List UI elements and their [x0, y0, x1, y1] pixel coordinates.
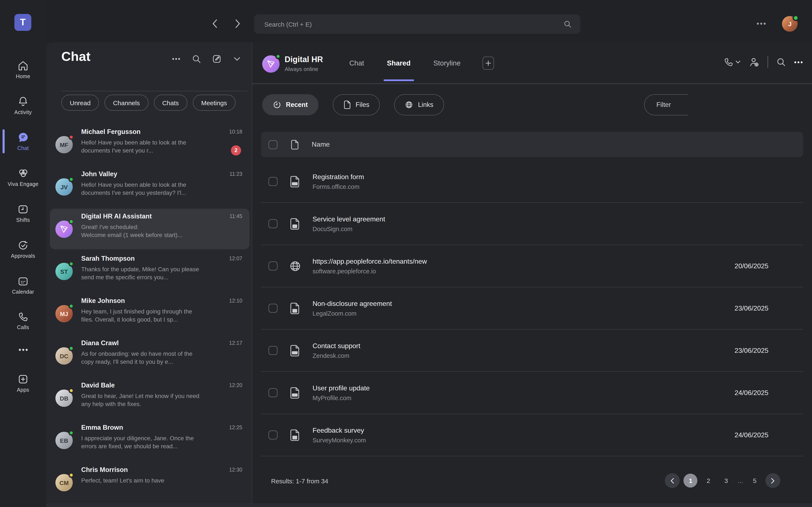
row-checkbox[interactable]: [268, 346, 277, 355]
new-chat-button[interactable]: [211, 53, 222, 64]
tab-label: Storyline: [434, 59, 461, 66]
pill-label: Unread: [70, 99, 91, 106]
svg-text:W: W: [294, 225, 296, 228]
pill-label: Meetings: [201, 99, 227, 106]
pill-label: Chats: [162, 99, 179, 106]
view-label: Links: [418, 101, 433, 109]
file-date: 23/06/2025: [734, 347, 768, 354]
globe-icon: [405, 101, 413, 109]
chat-list-panel: Chat Unread Channels Chats Meetings MF M…: [46, 42, 252, 507]
sidebar-item-activity[interactable]: Activity: [0, 88, 46, 123]
chevron-down-icon: [234, 57, 240, 61]
chat-list-expand-button[interactable]: [231, 53, 242, 64]
view-recent-button[interactable]: Recent: [262, 94, 318, 115]
page-button-1[interactable]: 1: [683, 473, 698, 488]
conversation-digital-hr-ai-assistant[interactable]: Digital HR AI Assistant 11:45 Great! I'v…: [46, 208, 252, 250]
select-all-checkbox[interactable]: [268, 140, 277, 149]
find-in-chat-button[interactable]: [776, 57, 786, 67]
next-page-button[interactable]: [765, 473, 780, 488]
topbar-more-button[interactable]: [754, 18, 769, 30]
conversation-preview: Hello! Have you been able to look at the…: [81, 181, 201, 197]
conversation-david-bale[interactable]: DB David Bale 12:20 Great to hear, Jane!…: [46, 377, 252, 419]
view-label: Recent: [286, 101, 308, 109]
view-files-button[interactable]: Files: [333, 94, 380, 115]
sidebar-item-label: Shifts: [16, 217, 30, 223]
conversation-preview: Thanks for the update, Mike! Can you ple…: [81, 265, 201, 281]
word-file-icon: W: [289, 429, 301, 441]
person-add-icon: [748, 57, 759, 68]
conversation-john-valley[interactable]: JV John Valley 11:23 Hello! Have you bee…: [46, 166, 252, 208]
chevron-left-icon: [212, 19, 217, 28]
table-row[interactable]: W Non-disclosure agreement LegalZoom.com…: [261, 287, 803, 330]
sidebar-item-label: Calls: [17, 325, 29, 330]
file-date: 24/06/2025: [734, 389, 768, 397]
viva-engage-icon: [17, 167, 29, 179]
file-source: Forms.office.com: [312, 183, 364, 190]
conversation-mike-johnson[interactable]: MJ Mike Johnson 12:10 Hey team, I just f…: [46, 292, 252, 335]
add-people-button[interactable]: [748, 57, 759, 68]
conversation-more-button[interactable]: [794, 61, 803, 63]
row-checkbox[interactable]: [268, 219, 277, 228]
table-row[interactable]: https://app.peopleforce.io/tenants/new s…: [261, 245, 803, 287]
filter-pill-chats[interactable]: Chats: [154, 95, 187, 111]
tab-shared[interactable]: Shared: [385, 45, 412, 81]
chat-list-more-button[interactable]: [170, 53, 182, 64]
search-input[interactable]: [264, 20, 563, 28]
row-checkbox[interactable]: [268, 262, 277, 270]
table-row[interactable]: W Service level agreement DocuSign.com: [261, 203, 803, 245]
conversation-sarah-thompson[interactable]: ST Sarah Thompson 12:07 Thanks for the u…: [46, 250, 252, 292]
filter-pill-channels[interactable]: Channels: [104, 95, 148, 111]
tab-storyline[interactable]: Storyline: [432, 45, 462, 81]
previous-page-button[interactable]: [665, 473, 680, 488]
table-row[interactable]: PDF Registration form Forms.office.com: [261, 161, 803, 203]
row-checkbox[interactable]: [268, 304, 277, 313]
filter-pill-meetings[interactable]: Meetings: [193, 95, 236, 111]
chat-search-button[interactable]: [191, 53, 202, 64]
view-links-button[interactable]: Links: [394, 94, 444, 115]
conversation-name: Michael Fergusson: [81, 128, 195, 135]
svg-text:PDF: PDF: [293, 351, 297, 354]
sidebar-item-calendar[interactable]: Calendar: [0, 267, 46, 303]
conversation-michael-fergusson[interactable]: MF Michael Fergusson 10:18 Hello! Have y…: [46, 123, 252, 166]
sidebar-more-apps-button[interactable]: [0, 339, 46, 361]
row-checkbox[interactable]: [268, 388, 277, 397]
sidebar-item-calls[interactable]: Calls: [0, 303, 46, 339]
table-row[interactable]: W Feedback survey SurveyMonkey.com 24/06…: [261, 414, 803, 456]
back-button[interactable]: [208, 18, 220, 30]
status-busy-dot: [68, 134, 74, 140]
approvals-icon: [17, 239, 29, 251]
table-row[interactable]: PDF Contact support Zendesk.com 23/06/20…: [261, 330, 803, 372]
sidebar-item-chat[interactable]: Chat: [0, 123, 46, 159]
header-divider: [767, 56, 768, 68]
filter-button[interactable]: Filter: [644, 94, 688, 115]
sidebar-item-viva-engage[interactable]: Viva Engage: [0, 159, 46, 195]
teams-logo[interactable]: T: [14, 14, 31, 31]
conversation-chris-morrison[interactable]: CM Chris Morrison 12:30 Perfect, team! L…: [46, 461, 252, 504]
sidebar-item-apps[interactable]: Apps: [0, 365, 46, 401]
sidebar-item-label: Apps: [17, 387, 30, 393]
page-button-2[interactable]: 2: [701, 473, 715, 488]
add-tab-button[interactable]: [483, 56, 494, 69]
user-avatar[interactable]: J: [782, 16, 798, 32]
conversation-name: Sarah Thompson: [81, 255, 195, 262]
sidebar-item-shifts[interactable]: Shifts: [0, 195, 46, 231]
pagination: 1 2 3 ... 5: [665, 473, 780, 488]
conversation-diana-crawl[interactable]: DC Diana Crawl 12:17 As for onboarding: …: [46, 335, 252, 377]
tab-chat[interactable]: Chat: [348, 45, 366, 81]
file-name: Registration form: [312, 173, 364, 181]
table-row[interactable]: PDF User profile update MyProfile.com 24…: [261, 372, 803, 414]
call-button[interactable]: [723, 57, 740, 67]
sidebar-item-home[interactable]: Home: [0, 52, 46, 88]
teams-logo-letter: T: [20, 17, 26, 28]
page-button-5[interactable]: 5: [748, 473, 762, 488]
row-checkbox[interactable]: [268, 431, 277, 439]
conversation-emma-brown[interactable]: EB Emma Brown 12:25 I appreciate your di…: [46, 419, 252, 461]
pdf-file-icon: PDF: [289, 344, 301, 357]
sidebar-item-approvals[interactable]: Approvals: [0, 231, 46, 267]
status-online-dot: [68, 430, 74, 436]
row-checkbox[interactable]: [268, 177, 277, 186]
filter-pill-unread[interactable]: Unread: [61, 95, 99, 111]
forward-button[interactable]: [232, 18, 244, 30]
page-button-3[interactable]: 3: [719, 473, 733, 488]
results-count: Results: 1-7 from 34: [271, 477, 328, 485]
